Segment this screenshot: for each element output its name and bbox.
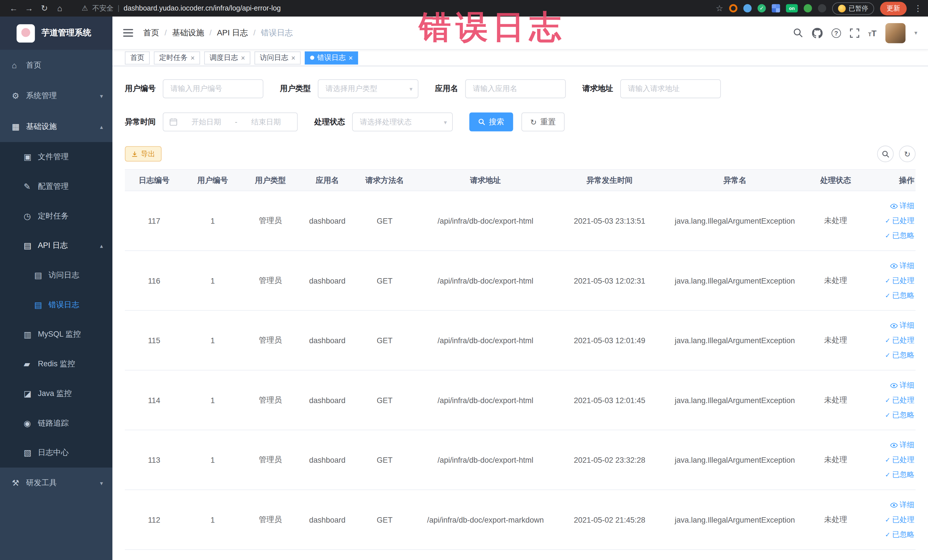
breadcrumb-infrastructure[interactable]: 基础设施 — [172, 27, 204, 38]
detail-link[interactable]: 详细 — [890, 500, 914, 510]
user-avatar[interactable] — [885, 23, 906, 43]
processed-link-label: 已处理 — [892, 455, 914, 465]
mark-ignored-link[interactable]: ✓ 已忽略 — [885, 470, 914, 479]
sidebar-item-devtools[interactable]: ⚒ 研发工具 ▾ — [0, 468, 112, 498]
font-size-icon[interactable]: TT — [868, 28, 876, 38]
app-logo[interactable]: 芋道管理系统 — [0, 17, 112, 50]
mark-ignored-link[interactable]: ✓ 已忽略 — [885, 230, 914, 241]
close-icon[interactable]: × — [191, 54, 195, 61]
fullscreen-icon[interactable] — [850, 28, 859, 38]
sidebar-item-java-monitor[interactable]: ◪ Java 监控 — [0, 379, 112, 409]
detail-link[interactable]: 详细 — [890, 440, 914, 450]
collapse-sidebar-icon[interactable] — [121, 26, 134, 40]
infrastructure-icon: ▦ — [12, 122, 26, 131]
extension-icon-5[interactable] — [804, 4, 812, 12]
reset-button[interactable]: ↻ 重置 — [522, 112, 565, 131]
app-name-input[interactable] — [465, 79, 566, 98]
sidebar-item-infrastructure[interactable]: ▦ 基础设施 ▴ — [0, 111, 112, 142]
sidebar-item-access-log[interactable]: ▤ 访问日志 — [0, 261, 112, 290]
user-type-select[interactable]: 请选择用户类型 ▾ — [318, 79, 418, 98]
bookmark-star-icon[interactable]: ☆ — [716, 3, 723, 13]
sidebar-item-home[interactable]: ⌂ 首页 — [0, 50, 112, 81]
address-bar[interactable]: ⚠ 不安全 | dashboard.yudao.iocoder.cn/infra… — [82, 3, 716, 13]
mark-processed-link[interactable]: ✓ 已处理 — [885, 335, 914, 345]
tab-schedule-log[interactable]: 调度日志 × — [204, 51, 250, 64]
detail-link[interactable]: 详细 — [890, 380, 914, 390]
paused-label: 已暂停 — [849, 4, 868, 12]
extension-icon-6[interactable] — [818, 4, 826, 12]
github-icon[interactable] — [812, 27, 823, 38]
sidebar-item-system-management[interactable]: ⚙ 系统管理 ▾ — [0, 81, 112, 111]
mark-ignored-link[interactable]: ✓ 已忽略 — [885, 410, 914, 420]
cell-user-type: 管理员 — [242, 395, 299, 405]
avatar-caret-down-icon[interactable]: ▾ — [914, 30, 917, 36]
sidebar-item-label: 访问日志 — [49, 270, 103, 281]
search-icon[interactable] — [793, 28, 803, 38]
detail-link[interactable]: 详细 — [890, 261, 914, 271]
mark-ignored-link[interactable]: ✓ 已忽略 — [885, 350, 914, 360]
close-icon[interactable]: × — [291, 54, 296, 61]
extension-icon-2[interactable] — [743, 4, 752, 12]
mark-processed-link[interactable]: ✓ 已处理 — [885, 455, 914, 465]
sidebar-item-error-log[interactable]: ▤ 错误日志 — [0, 290, 112, 320]
browser-update-button[interactable]: 更新 — [880, 2, 907, 15]
extension-icon-1[interactable] — [729, 4, 737, 12]
security-label: 不安全 — [92, 3, 113, 13]
extension-icon-on[interactable]: on — [786, 4, 798, 12]
tab-home[interactable]: 首页 — [125, 51, 150, 64]
extension-icon-3[interactable]: ✓ — [757, 4, 766, 12]
cell-exception-time: 2021-05-02 23:32:28 — [557, 455, 662, 464]
mark-processed-link[interactable]: ✓ 已处理 — [885, 395, 914, 405]
breadcrumb-api-logs[interactable]: API 日志 — [217, 27, 248, 38]
sidebar-item-config-management[interactable]: ✎ 配置管理 — [0, 172, 112, 201]
close-icon[interactable]: × — [241, 54, 245, 61]
request-url-input[interactable] — [620, 79, 721, 98]
check-icon: ✓ — [885, 397, 890, 403]
cell-request-url: /api/infra/db-doc/export-html — [414, 216, 557, 225]
table-toolbar: 导出 ↻ — [125, 145, 916, 162]
extension-icon-4[interactable] — [772, 4, 780, 12]
browser-home-icon[interactable]: ⌂ — [52, 3, 68, 13]
mark-processed-link[interactable]: ✓ 已处理 — [885, 216, 914, 226]
sidebar-item-mysql-monitor[interactable]: ▥ MySQL 监控 — [0, 319, 112, 349]
sidebar-item-file-management[interactable]: ▣ 文件管理 — [0, 142, 112, 172]
detail-link[interactable]: 详细 — [890, 201, 914, 211]
profile-paused-chip[interactable]: 已暂停 — [832, 2, 874, 15]
help-icon[interactable]: ? — [832, 28, 841, 38]
close-icon[interactable]: × — [349, 54, 353, 61]
main-area: 首页 / 基础设施 / API 日志 / 错误日志 ? — [112, 17, 928, 560]
browser-menu-icon[interactable]: ⋮ — [914, 3, 922, 13]
sidebar-item-redis-monitor[interactable]: ▰ Redis 监控 — [0, 349, 112, 379]
cell-exception-time: 2021-05-02 21:45:28 — [557, 515, 662, 524]
table-body: 117 1 管理员 dashboard GET /api/infra/db-do… — [125, 191, 916, 550]
mark-processed-link[interactable]: ✓ 已处理 — [885, 515, 914, 525]
sidebar-item-label: Java 监控 — [38, 388, 103, 399]
detail-link[interactable]: 详细 — [890, 320, 914, 330]
forward-icon[interactable]: → — [21, 3, 37, 13]
filter-user-type: 用户类型 请选择用户类型 ▾ — [280, 79, 418, 98]
mark-ignored-link[interactable]: ✓ 已忽略 — [885, 290, 914, 301]
cell-log-id: 115 — [125, 336, 183, 345]
question-glyph: ? — [832, 28, 841, 38]
toggle-search-button[interactable] — [877, 145, 894, 162]
back-icon[interactable]: ← — [6, 3, 21, 13]
sidebar-item-scheduled-tasks[interactable]: ◷ 定时任务 — [0, 201, 112, 231]
process-status-select[interactable]: 请选择处理状态 ▾ — [352, 112, 453, 131]
reload-icon[interactable]: ↻ — [37, 3, 52, 13]
tab-access-log[interactable]: 访问日志 × — [255, 51, 301, 64]
tab-error-log[interactable]: 错误日志 × — [305, 51, 358, 64]
sidebar-item-api-logs[interactable]: ▤ API 日志 ▴ — [0, 231, 112, 261]
refresh-table-button[interactable]: ↻ — [899, 145, 916, 162]
mark-ignored-link[interactable]: ✓ 已忽略 — [885, 529, 914, 539]
mysql-icon: ▥ — [24, 330, 38, 339]
search-button[interactable]: 搜索 — [469, 112, 513, 131]
breadcrumb-home[interactable]: 首页 — [143, 27, 159, 38]
mark-processed-link[interactable]: ✓ 已处理 — [885, 276, 914, 285]
tab-scheduled-tasks[interactable]: 定时任务 × — [154, 51, 200, 64]
date-range-picker[interactable]: 开始日期 - 结束日期 — [163, 112, 298, 131]
export-button[interactable]: 导出 — [125, 146, 162, 162]
check-icon: ✓ — [885, 217, 890, 224]
sidebar-item-tracing[interactable]: ◉ 链路追踪 — [0, 408, 112, 438]
user-id-input[interactable] — [163, 79, 264, 98]
sidebar-item-log-center[interactable]: ▧ 日志中心 — [0, 438, 112, 468]
